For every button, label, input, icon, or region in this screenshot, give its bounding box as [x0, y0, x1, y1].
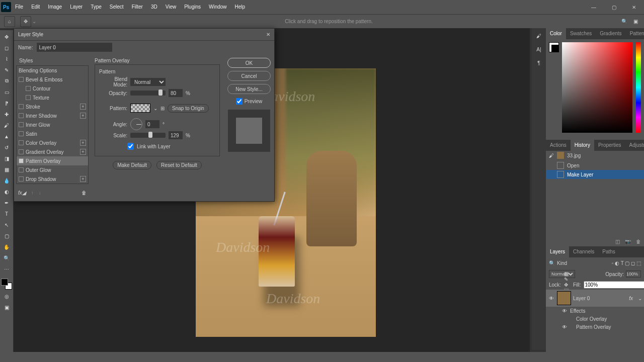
frame-tool[interactable]: ▭ — [2, 87, 12, 97]
trash-icon[interactable]: 🗑 — [636, 239, 641, 244]
fx-item[interactable]: 👁Pattern Overlay — [546, 323, 644, 331]
opacity-input[interactable] — [169, 89, 183, 97]
actions-tab[interactable]: Actions — [546, 140, 571, 151]
history-snapshot[interactable]: 🖌 33.jpg — [546, 151, 644, 160]
camera-icon[interactable]: 📷 — [625, 239, 631, 244]
menu-layer[interactable]: Layer — [66, 0, 87, 14]
color-preview[interactable] — [549, 42, 559, 52]
screen-mode[interactable]: ▣ — [2, 303, 12, 312]
fx-menu-icon[interactable]: fx◢ — [18, 190, 26, 196]
add-effect-icon[interactable]: + — [80, 104, 86, 110]
menu-image[interactable]: Image — [44, 0, 66, 14]
workspace-icon[interactable]: ▣ — [633, 19, 638, 24]
menu-help[interactable]: Help — [231, 0, 250, 14]
effects-row[interactable]: 👁Effects — [546, 307, 644, 315]
create-document-icon[interactable]: ◫ — [615, 239, 620, 244]
layers-tab[interactable]: Layers — [546, 246, 569, 257]
add-effect-icon[interactable]: + — [80, 176, 86, 182]
pattern-dropdown-icon[interactable]: ⌄ — [153, 106, 157, 111]
layer-name[interactable]: Layer 0 — [573, 296, 590, 301]
brushes-icon[interactable]: 🖌 — [536, 33, 541, 39]
menu-edit[interactable]: Edit — [27, 0, 44, 14]
fill-input[interactable] — [584, 281, 644, 289]
style-stroke[interactable]: Stroke+ — [17, 102, 88, 111]
style-drop-shadow[interactable]: Drop Shadow+ — [17, 174, 88, 184]
dialog-titlebar[interactable]: Layer Style ✕ — [14, 29, 274, 41]
hue-slider[interactable] — [636, 42, 641, 133]
dodge-tool[interactable]: ◐ — [2, 187, 12, 196]
move-tool[interactable]: ✥ — [2, 32, 12, 41]
home-icon[interactable]: ⌂ — [4, 16, 15, 27]
style-checkbox[interactable] — [19, 104, 24, 109]
marquee-tool[interactable]: ◻ — [2, 43, 12, 52]
pattern-picker[interactable] — [130, 104, 150, 113]
new-preset-icon[interactable]: ⊞ — [160, 106, 165, 111]
style-pattern-overlay[interactable]: Pattern Overlay — [17, 156, 88, 165]
menu-plugins[interactable]: Plugins — [180, 0, 205, 14]
maximize-button[interactable]: ▢ — [604, 0, 624, 14]
style-color-overlay[interactable]: Color Overlay+ — [17, 138, 88, 147]
make-default-button[interactable]: Make Default — [113, 161, 151, 169]
gradient-tool[interactable]: ▦ — [2, 165, 12, 174]
style-contour[interactable]: Contour — [17, 84, 88, 93]
eyedropper-tool[interactable]: ⁋ — [2, 99, 12, 108]
shape-tool[interactable]: ▢ — [2, 231, 12, 240]
gradients-tab[interactable]: Gradients — [596, 28, 625, 39]
fx-item[interactable]: 👁Color Overlay — [546, 315, 644, 323]
character-icon[interactable]: A| — [536, 47, 541, 52]
close-window-button[interactable]: ✕ — [624, 0, 644, 14]
style-checkbox[interactable] — [19, 149, 24, 154]
opacity-input[interactable] — [626, 270, 641, 278]
type-tool[interactable]: T — [2, 209, 12, 218]
style-checkbox[interactable] — [26, 95, 31, 100]
color-chips[interactable] — [1, 279, 12, 290]
layer-thumbnail[interactable] — [557, 291, 571, 305]
style-satin[interactable]: Satin — [17, 129, 88, 138]
quick-select-tool[interactable]: ✎ — [2, 65, 12, 74]
layer-row[interactable]: 👁 Layer 0 fx ⌄ — [546, 290, 644, 307]
healing-tool[interactable]: ✚ — [2, 110, 12, 119]
style-checkbox[interactable] — [19, 77, 24, 82]
angle-input[interactable] — [145, 120, 159, 128]
minimize-button[interactable]: — — [584, 0, 604, 14]
menu-filter[interactable]: Filter — [128, 0, 147, 14]
history-brush-tool[interactable]: ↺ — [2, 143, 12, 152]
eraser-tool[interactable]: ◨ — [2, 154, 12, 163]
scale-input[interactable] — [169, 131, 183, 139]
style-inner-glow[interactable]: Inner Glow — [17, 120, 88, 129]
trash-icon[interactable]: 🗑 — [82, 190, 87, 196]
color-tab[interactable]: Color — [546, 28, 566, 39]
style-checkbox[interactable] — [19, 167, 24, 172]
menu-type[interactable]: Type — [87, 0, 106, 14]
style-outer-glow[interactable]: Outer Glow — [17, 165, 88, 174]
style-texture[interactable]: Texture — [17, 93, 88, 102]
style-checkbox[interactable] — [19, 131, 24, 136]
color-field[interactable] — [562, 42, 632, 133]
add-effect-icon[interactable]: + — [80, 113, 86, 119]
add-effect-icon[interactable]: + — [80, 140, 86, 146]
snap-to-origin-button[interactable]: Snap to Origin — [168, 104, 209, 113]
name-input[interactable] — [37, 43, 112, 52]
hand-tool[interactable]: ✋ — [2, 242, 12, 251]
crop-tool[interactable]: ⧉ — [2, 76, 12, 85]
visibility-icon[interactable]: 👁 — [548, 296, 555, 301]
reset-default-button[interactable]: Reset to Default — [156, 161, 202, 169]
menu-view[interactable]: View — [162, 0, 181, 14]
style-checkbox[interactable] — [26, 86, 31, 91]
search-icon[interactable]: 🔍 — [621, 19, 627, 24]
patterns-tab[interactable]: Patterns — [626, 28, 644, 39]
adjustments-tab[interactable]: Adjustments — [625, 140, 645, 151]
swatches-tab[interactable]: Swatches — [566, 28, 596, 39]
styles-header[interactable]: Styles — [16, 56, 89, 65]
style-checkbox[interactable] — [19, 140, 24, 145]
edit-toolbar[interactable]: ⋯ — [2, 264, 12, 274]
pen-tool[interactable]: ✒ — [2, 198, 12, 207]
tool-preset-dropdown[interactable]: ⌄ — [32, 19, 36, 24]
paragraph-icon[interactable]: ¶ — [537, 60, 540, 66]
style-inner-shadow[interactable]: Inner Shadow+ — [17, 111, 88, 120]
cancel-button[interactable]: Cancel — [227, 71, 271, 81]
style-bevel-emboss[interactable]: Bevel & Emboss — [17, 75, 88, 84]
move-tool-icon[interactable]: ✥ — [20, 16, 31, 27]
style-checkbox[interactable] — [19, 122, 24, 127]
channels-tab[interactable]: Channels — [569, 246, 598, 257]
